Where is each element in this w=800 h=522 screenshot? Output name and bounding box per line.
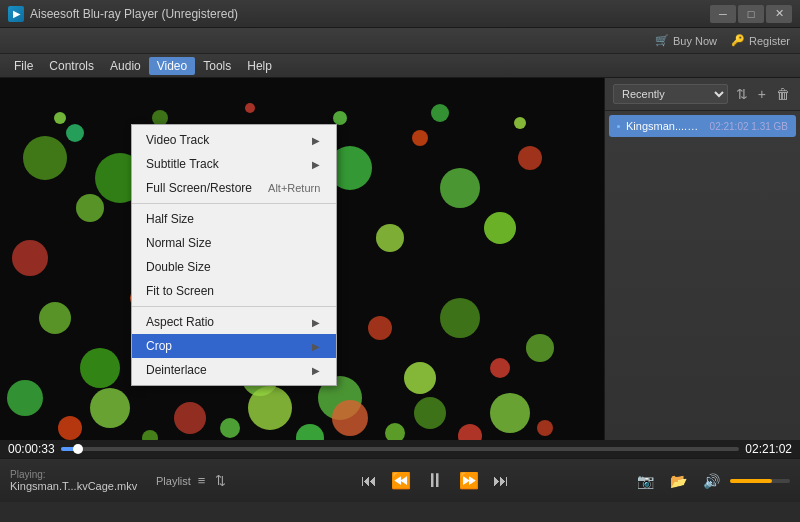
now-playing-label: Playing:	[10, 469, 140, 480]
video-area[interactable]: Video Track ▶ Subtitle Track ▶ Full Scre…	[0, 78, 604, 440]
svg-point-29	[526, 334, 554, 362]
svg-point-12	[376, 224, 404, 252]
menu-video-track[interactable]: Video Track ▶	[132, 128, 336, 152]
playlist-item[interactable]: Kingsman....vCage.mkv 02:21:02 1.31 GB	[609, 115, 796, 137]
menu-normal-size[interactable]: Normal Size	[132, 231, 336, 255]
menu-deinterlace[interactable]: Deinterlace ▶	[132, 358, 336, 382]
volume-area: 🔊	[699, 469, 790, 493]
menu-fullscreen[interactable]: Full Screen/Restore Alt+Return	[132, 176, 336, 200]
skip-forward-button[interactable]: ⏭	[489, 468, 513, 494]
menu-separator-2	[132, 306, 336, 307]
playing-indicator	[617, 125, 620, 128]
svg-point-31	[58, 416, 82, 440]
pause-button[interactable]: ⏸	[421, 465, 449, 496]
playlist-panel: Recently ⇅ + 🗑 Kingsman....vCage.mkv 02:…	[604, 78, 800, 440]
key-icon: 🔑	[731, 34, 745, 47]
title-bar: ▶ Aiseesoft Blu-ray Player (Unregistered…	[0, 0, 800, 28]
open-folder-button[interactable]: 📂	[666, 469, 691, 493]
controls-bar: Playing: Kingsman.T...kvCage.mkv Playlis…	[0, 458, 800, 502]
progress-area: 00:00:33 02:21:02	[0, 440, 800, 458]
cart-icon: 🛒	[655, 34, 669, 47]
skip-back-button[interactable]: ⏮	[357, 468, 381, 494]
svg-point-43	[537, 420, 553, 436]
svg-point-14	[440, 168, 480, 208]
restore-button[interactable]: □	[738, 5, 764, 23]
right-controls: 📷 📂 🔊	[633, 469, 790, 493]
menu-audio[interactable]: Audio	[102, 57, 149, 75]
svg-point-17	[39, 302, 71, 334]
menu-fit-to-screen[interactable]: Fit to Screen	[132, 279, 336, 303]
svg-point-49	[514, 117, 526, 129]
svg-point-13	[412, 130, 428, 146]
svg-point-27	[440, 298, 480, 338]
svg-point-44	[54, 112, 66, 124]
svg-point-34	[174, 402, 206, 434]
svg-point-42	[490, 393, 530, 433]
menu-half-size[interactable]: Half Size	[132, 207, 336, 231]
playlist-add-button[interactable]: +	[756, 84, 768, 104]
svg-point-47	[333, 111, 347, 125]
now-playing-filename: Kingsman.T...kvCage.mkv	[10, 480, 140, 492]
menu-tools[interactable]: Tools	[195, 57, 239, 75]
svg-point-15	[484, 212, 516, 244]
video-menu-dropdown: Video Track ▶ Subtitle Track ▶ Full Scre…	[131, 124, 337, 386]
volume-fill	[730, 479, 772, 483]
playlist-toggle-button[interactable]: ≡	[195, 470, 209, 491]
arrow-icon: ▶	[312, 159, 320, 170]
svg-point-35	[220, 418, 240, 438]
volume-icon-button[interactable]: 🔊	[699, 469, 724, 493]
svg-point-38	[332, 400, 368, 436]
playlist-label: Playlist	[156, 475, 191, 487]
fast-forward-button[interactable]: ⏩	[455, 467, 483, 494]
arrow-icon: ▶	[312, 317, 320, 328]
menu-crop[interactable]: Crop ▶	[132, 334, 336, 358]
main-area: Video Track ▶ Subtitle Track ▶ Full Scre…	[0, 78, 800, 440]
close-button[interactable]: ✕	[766, 5, 792, 23]
arrow-icon: ▶	[312, 341, 320, 352]
playlist-sort-button[interactable]: ⇅	[734, 84, 750, 104]
playlist-controls: Playlist ≡ ⇅	[148, 470, 237, 491]
menu-double-size[interactable]: Double Size	[132, 255, 336, 279]
svg-point-36	[248, 386, 292, 430]
svg-point-3	[12, 240, 48, 276]
svg-point-46	[245, 103, 255, 113]
menu-controls[interactable]: Controls	[41, 57, 102, 75]
register-button[interactable]: 🔑 Register	[731, 34, 790, 47]
menu-separator-1	[132, 203, 336, 204]
volume-bar[interactable]	[730, 479, 790, 483]
minimize-button[interactable]: ─	[710, 5, 736, 23]
svg-point-18	[80, 348, 120, 388]
time-elapsed: 00:00:33	[8, 442, 55, 456]
svg-point-1	[23, 136, 67, 180]
arrow-icon: ▶	[312, 365, 320, 376]
playlist-item-name: Kingsman....vCage.mkv	[626, 120, 704, 132]
playlist-remove-button[interactable]: 🗑	[774, 84, 792, 104]
menu-help[interactable]: Help	[239, 57, 280, 75]
title-controls: ─ □ ✕	[710, 5, 792, 23]
progress-handle[interactable]	[73, 444, 83, 454]
menu-subtitle-track[interactable]: Subtitle Track ▶	[132, 152, 336, 176]
menu-file[interactable]: File	[6, 57, 41, 75]
menu-aspect-ratio[interactable]: Aspect Ratio ▶	[132, 310, 336, 334]
progress-bar[interactable]	[61, 447, 740, 451]
menu-bar: File Controls Audio Video Tools Help	[0, 54, 800, 78]
playlist-header: Recently ⇅ + 🗑	[605, 78, 800, 111]
arrow-icon: ▶	[312, 135, 320, 146]
app-icon: ▶	[8, 6, 24, 22]
svg-point-16	[518, 146, 542, 170]
buy-now-button[interactable]: 🛒 Buy Now	[655, 34, 717, 47]
svg-point-48	[431, 104, 449, 122]
top-actions-bar: 🛒 Buy Now 🔑 Register	[0, 28, 800, 54]
svg-point-4	[66, 124, 84, 142]
menu-video[interactable]: Video	[149, 57, 195, 75]
svg-point-2	[76, 194, 104, 222]
snapshot-button[interactable]: 📷	[633, 469, 658, 493]
rewind-button[interactable]: ⏪	[387, 467, 415, 494]
title-text: Aiseesoft Blu-ray Player (Unregistered)	[30, 7, 710, 21]
svg-point-26	[404, 362, 436, 394]
playlist-dropdown[interactable]: Recently	[613, 84, 728, 104]
playlist-order-button[interactable]: ⇅	[212, 470, 229, 491]
svg-point-30	[7, 380, 43, 416]
playback-controls: ⏮ ⏪ ⏸ ⏩ ⏭	[245, 465, 625, 496]
svg-point-25	[368, 316, 392, 340]
